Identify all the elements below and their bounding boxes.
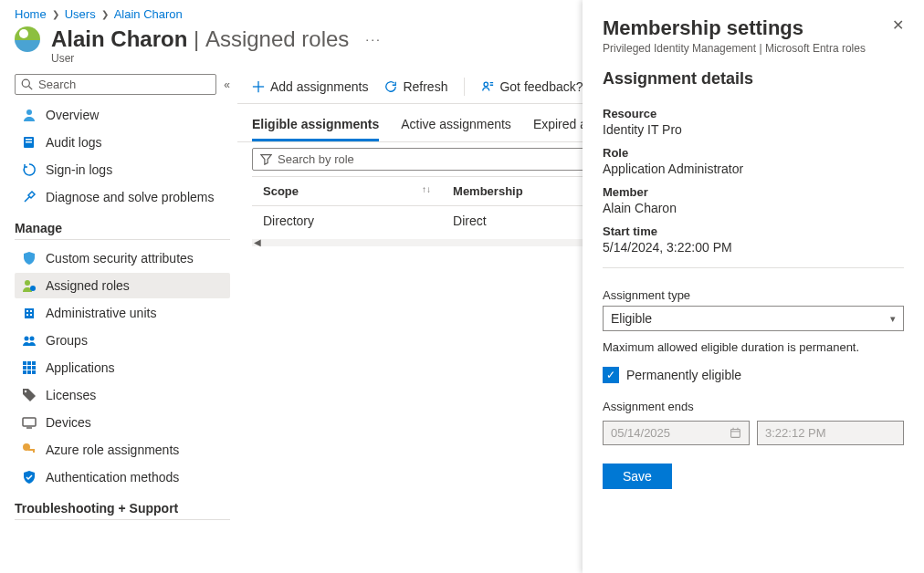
resource-value: Identity IT Pro bbox=[603, 122, 904, 137]
breadcrumb-user[interactable]: Alain Charon bbox=[114, 7, 183, 21]
sidebar-item-audit-logs[interactable]: Audit logs bbox=[15, 130, 230, 155]
resource-label: Resource bbox=[603, 107, 904, 120]
svg-rect-9 bbox=[26, 310, 28, 312]
nav-label: Assigned roles bbox=[46, 278, 130, 293]
sidebar-item-admin-units[interactable]: Administrative units bbox=[15, 300, 230, 326]
page-title: Alain Charon | Assigned roles bbox=[51, 26, 349, 52]
add-assignments-button[interactable]: Add assignments bbox=[252, 79, 368, 94]
device-icon bbox=[22, 415, 37, 430]
sidebar-item-groups[interactable]: Groups bbox=[15, 328, 230, 353]
nav-label: Azure role assignments bbox=[46, 443, 179, 457]
grid-icon bbox=[22, 360, 37, 375]
permanently-eligible-checkbox[interactable]: ✓ Permanently eligible bbox=[603, 367, 904, 383]
col-scope[interactable]: Scope↑↓ bbox=[252, 177, 442, 206]
tab-eligible[interactable]: Eligible assignments bbox=[252, 108, 379, 141]
svg-point-24 bbox=[25, 391, 26, 392]
nav-label: Overview bbox=[46, 108, 99, 122]
person-role-icon bbox=[22, 278, 37, 293]
close-icon[interactable]: ✕ bbox=[892, 16, 904, 34]
end-date-input[interactable]: 05/14/2025 bbox=[603, 421, 750, 445]
panel-divider bbox=[603, 267, 904, 268]
toolbar-label: Refresh bbox=[403, 79, 447, 94]
svg-rect-16 bbox=[27, 361, 31, 365]
svg-point-14 bbox=[30, 337, 35, 341]
nav-label: Authentication methods bbox=[46, 470, 179, 484]
start-time-label: Start time bbox=[603, 224, 904, 238]
sidebar-item-overview[interactable]: Overview bbox=[15, 102, 230, 128]
sidebar-section-manage: Manage bbox=[15, 221, 230, 240]
save-button[interactable]: Save bbox=[603, 464, 672, 489]
nav-label: Groups bbox=[46, 333, 88, 348]
nav-label: Licenses bbox=[46, 388, 96, 402]
svg-rect-5 bbox=[26, 141, 32, 143]
avatar bbox=[15, 26, 40, 52]
svg-rect-12 bbox=[30, 314, 32, 316]
title-divider: | bbox=[194, 26, 199, 51]
scroll-left-icon[interactable]: ◀ bbox=[254, 237, 261, 247]
checkbox-checked-icon: ✓ bbox=[603, 367, 619, 383]
end-time-value: 3:22:12 PM bbox=[765, 426, 826, 440]
svg-rect-10 bbox=[30, 310, 32, 312]
svg-point-13 bbox=[25, 337, 29, 341]
assignment-type-select[interactable]: Eligible ▾ bbox=[603, 306, 904, 331]
refresh-icon bbox=[384, 80, 397, 93]
sidebar-item-signin-logs[interactable]: Sign-in logs bbox=[15, 157, 230, 182]
page-subtitle: Assigned roles bbox=[205, 26, 349, 51]
person-icon bbox=[22, 108, 37, 122]
svg-rect-20 bbox=[32, 366, 36, 370]
tag-icon bbox=[22, 388, 37, 402]
sort-icon[interactable]: ↑↓ bbox=[422, 184, 431, 194]
svg-point-2 bbox=[26, 109, 32, 115]
assignment-type-label: Assignment type bbox=[603, 288, 904, 302]
svg-rect-22 bbox=[27, 370, 31, 374]
sidebar-item-diagnose[interactable]: Diagnose and solve problems bbox=[15, 184, 230, 210]
building-icon bbox=[22, 306, 37, 320]
svg-rect-19 bbox=[27, 366, 31, 370]
sidebar-section-troubleshoot: Troubleshooting + Support bbox=[15, 501, 230, 520]
filter-icon bbox=[260, 153, 272, 165]
tab-active[interactable]: Active assignments bbox=[401, 108, 511, 141]
shield-icon bbox=[22, 251, 37, 266]
more-icon[interactable]: ··· bbox=[360, 32, 382, 47]
nav-label: Devices bbox=[46, 415, 91, 430]
svg-point-7 bbox=[30, 286, 36, 291]
assignment-ends-label: Assignment ends bbox=[603, 400, 904, 413]
role-label: Role bbox=[603, 146, 904, 160]
svg-rect-18 bbox=[23, 366, 26, 370]
col-label: Scope bbox=[263, 184, 299, 198]
sidebar-item-azure-roles[interactable]: Azure role assignments bbox=[15, 437, 230, 463]
nav-label: Custom security attributes bbox=[46, 251, 194, 266]
sidebar-item-devices[interactable]: Devices bbox=[15, 410, 230, 435]
breadcrumb-users[interactable]: Users bbox=[65, 7, 96, 21]
sidebar-item-applications[interactable]: Applications bbox=[15, 355, 230, 380]
key-icon bbox=[22, 443, 37, 457]
svg-rect-4 bbox=[26, 139, 32, 141]
tools-icon bbox=[22, 190, 37, 204]
refresh-button[interactable]: Refresh bbox=[384, 79, 447, 94]
user-display-name: Alain Charon bbox=[51, 26, 187, 51]
collapse-sidebar-icon[interactable]: « bbox=[224, 78, 230, 91]
sidebar-item-csa[interactable]: Custom security attributes bbox=[15, 245, 230, 271]
signin-icon bbox=[22, 162, 37, 177]
role-value: Application Administrator bbox=[603, 161, 904, 176]
end-time-input[interactable]: 3:22:12 PM bbox=[757, 421, 904, 445]
nav-label: Administrative units bbox=[46, 306, 156, 320]
chevron-down-icon: ▾ bbox=[890, 313, 896, 325]
member-value: Alain Charon bbox=[603, 201, 904, 215]
sidebar: Search « Overview Audit logs Sign-in log… bbox=[0, 70, 237, 573]
member-label: Member bbox=[603, 185, 904, 199]
sidebar-item-licenses[interactable]: Licenses bbox=[15, 382, 230, 408]
breadcrumb-home[interactable]: Home bbox=[15, 7, 47, 21]
sidebar-search[interactable]: Search bbox=[15, 74, 216, 95]
toolbar-label: Add assignments bbox=[270, 79, 368, 94]
feedback-button[interactable]: Got feedback? bbox=[481, 79, 583, 94]
svg-line-1 bbox=[29, 87, 33, 90]
sidebar-search-placeholder: Search bbox=[38, 78, 76, 91]
end-date-value: 05/14/2025 bbox=[611, 426, 670, 440]
chevron-right-icon: ❯ bbox=[52, 9, 59, 19]
svg-point-32 bbox=[485, 82, 488, 86]
shield-check-icon bbox=[22, 470, 37, 484]
sidebar-item-auth-methods[interactable]: Authentication methods bbox=[15, 464, 230, 490]
cell-scope: Directory bbox=[252, 206, 442, 236]
sidebar-item-assigned-roles[interactable]: Assigned roles bbox=[15, 273, 230, 298]
